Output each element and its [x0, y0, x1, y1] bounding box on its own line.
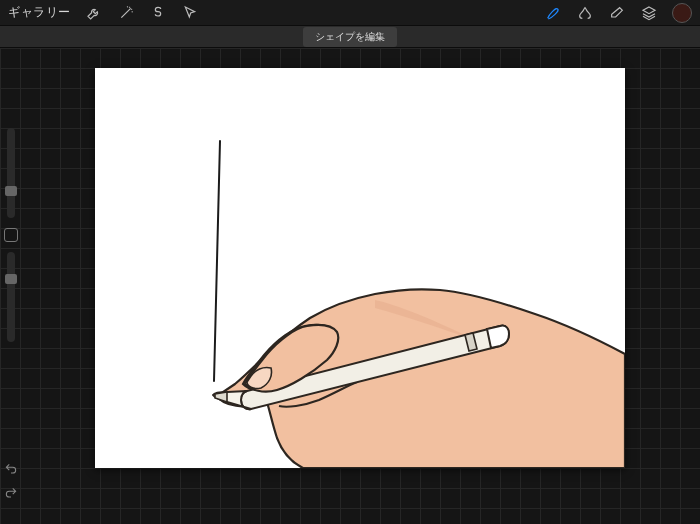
cursor-icon[interactable]: [181, 4, 199, 22]
workspace: [0, 48, 700, 524]
brush-icon[interactable]: [544, 4, 562, 22]
brush-size-slider[interactable]: [7, 128, 15, 218]
canvas-drawing: [95, 68, 625, 468]
s-tool-icon[interactable]: [149, 4, 167, 22]
edit-shape-bar: シェイプを編集: [0, 26, 700, 48]
eraser-icon[interactable]: [608, 4, 626, 22]
redo-icon[interactable]: [4, 486, 18, 500]
wrench-icon[interactable]: [85, 4, 103, 22]
undo-redo-group: [4, 462, 18, 500]
layers-icon[interactable]: [640, 4, 658, 22]
wand-icon[interactable]: [117, 4, 135, 22]
opacity-slider[interactable]: [7, 252, 15, 342]
edit-shape-button[interactable]: シェイプを編集: [303, 27, 397, 47]
top-toolbar: ギャラリー: [0, 0, 700, 26]
gallery-button[interactable]: ギャラリー: [8, 4, 71, 21]
hand-illustration: [213, 289, 625, 468]
color-swatch[interactable]: [672, 3, 692, 23]
left-sidebar: [0, 128, 22, 342]
modify-button[interactable]: [4, 228, 18, 242]
drawn-stroke: [214, 141, 220, 381]
canvas[interactable]: [95, 68, 625, 468]
smudge-icon[interactable]: [576, 4, 594, 22]
app-root: ギャラリー: [0, 0, 700, 524]
undo-icon[interactable]: [4, 462, 18, 476]
